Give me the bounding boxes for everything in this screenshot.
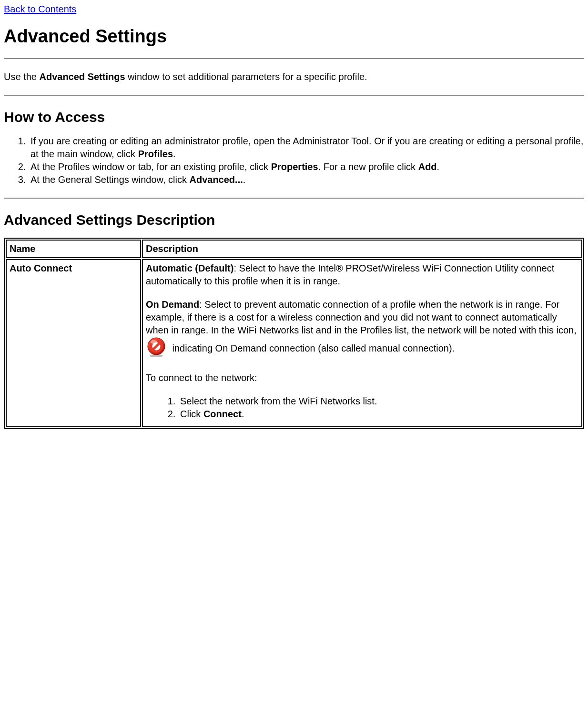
table-row: Auto Connect Automatic (Default): Select… xyxy=(6,259,582,427)
step3-text-c: . xyxy=(243,174,246,185)
step2-text-e: . xyxy=(437,161,440,172)
intro-prefix: Use the xyxy=(4,71,39,82)
table-header-row: Name Description xyxy=(6,240,582,258)
divider xyxy=(4,198,584,199)
step3-text-a: At the General Settings window, click xyxy=(30,174,190,185)
connect-step2-connect: Connect xyxy=(203,409,242,419)
page-title: Advanced Settings xyxy=(4,26,584,47)
step2-add: Add xyxy=(418,161,437,172)
table-header-name: Name xyxy=(6,240,141,258)
connect-step2-c: . xyxy=(242,409,244,419)
connect-step2-a: Click xyxy=(180,409,203,419)
intro-paragraph: Use the Advanced Settings window to set … xyxy=(4,70,584,83)
access-step-1: If you are creating or editing an admini… xyxy=(29,135,584,161)
prohibit-icon xyxy=(146,337,167,361)
description-heading: Advanced Settings Description xyxy=(4,212,584,228)
connect-step-2: Click Connect. xyxy=(178,408,578,421)
svg-point-5 xyxy=(151,340,157,344)
step2-text-a: At the Profiles window or tab, for an ex… xyxy=(30,161,271,172)
on-demand-label: On Demand xyxy=(146,299,199,310)
step3-advanced: Advanced... xyxy=(190,174,243,185)
connect-step-1: Select the network from the WiFi Network… xyxy=(178,395,578,408)
step1-profiles: Profiles xyxy=(138,149,173,159)
row-desc-auto-connect: Automatic (Default): Select to have the … xyxy=(142,259,582,427)
intro-bold: Advanced Settings xyxy=(39,71,125,82)
intro-suffix: window to set additional parameters for … xyxy=(125,71,367,82)
automatic-default-label: Automatic (Default) xyxy=(146,263,233,273)
access-step-2: At the Profiles window or tab, for an ex… xyxy=(29,161,584,173)
access-steps-list: If you are creating or editing an admini… xyxy=(4,135,584,186)
step1-text-a: If you are creating or editing an admini… xyxy=(30,136,583,159)
divider xyxy=(4,58,584,59)
connect-steps-list: Select the network from the WiFi Network… xyxy=(146,395,578,421)
back-to-contents-link[interactable]: Back to Contents xyxy=(4,4,76,14)
row-name-auto-connect: Auto Connect xyxy=(6,259,141,427)
connect-intro: To connect to the network: xyxy=(146,372,578,384)
step1-text-c: . xyxy=(173,149,176,159)
how-to-access-heading: How to Access xyxy=(4,109,584,125)
table-header-description: Description xyxy=(142,240,582,258)
divider xyxy=(4,95,584,96)
on-demand-after-icon: indicating On Demand connection (also ca… xyxy=(170,343,455,353)
on-demand-text: : Select to prevent automatic connection… xyxy=(146,299,577,335)
step2-properties: Properties xyxy=(271,161,318,172)
access-step-3: At the General Settings window, click Ad… xyxy=(29,173,584,186)
settings-table: Name Description Auto Connect Automatic … xyxy=(4,238,584,429)
step2-text-c: . For a new profile click xyxy=(318,161,418,172)
